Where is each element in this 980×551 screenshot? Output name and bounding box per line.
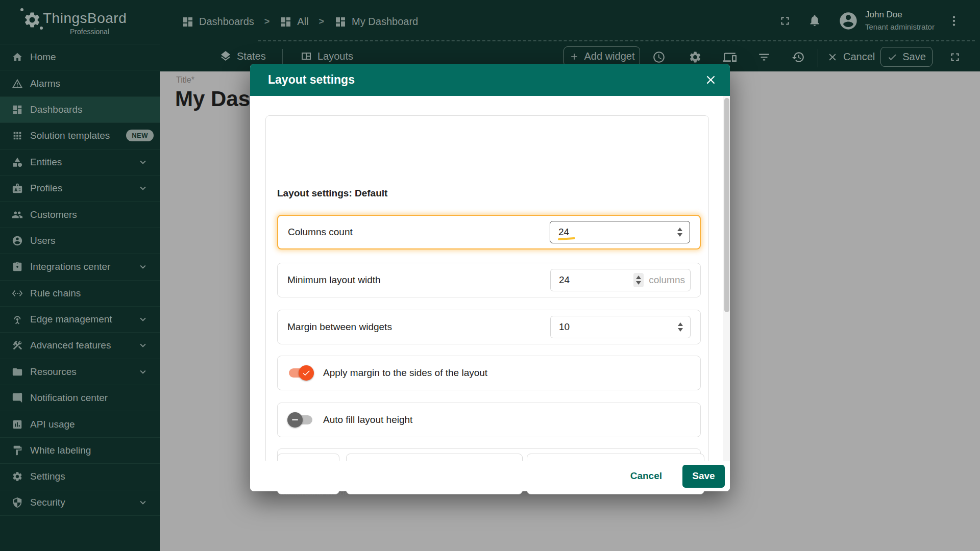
toolbar-cancel-button[interactable]: Cancel xyxy=(827,51,875,63)
breadcrumb-separator: > xyxy=(261,16,273,27)
sidebar-item-white-labeling[interactable]: White labeling xyxy=(0,437,160,463)
apps-icon xyxy=(12,130,23,141)
notification-icon xyxy=(12,392,23,404)
columns-count-label: Columns count xyxy=(288,227,353,238)
dialog-footer: Cancel Save xyxy=(250,461,730,491)
min-layout-width-stepper[interactable] xyxy=(633,273,644,287)
sidebar-item-settings[interactable]: Settings xyxy=(0,463,160,489)
sidebar-item-dashboards[interactable]: Dashboards xyxy=(0,96,160,122)
min-layout-width-input[interactable] xyxy=(559,274,633,286)
columns-count-stepper[interactable] xyxy=(675,226,684,239)
dialog-scrollbar[interactable] xyxy=(723,96,730,491)
notifications-button[interactable] xyxy=(808,14,821,27)
fullscreen-icon xyxy=(778,14,792,28)
clock-icon xyxy=(652,51,666,64)
min-layout-width-input-box: columns xyxy=(550,269,691,291)
columns-count-input[interactable] xyxy=(558,227,675,238)
header-fullscreen-button[interactable] xyxy=(778,14,792,28)
states-button[interactable]: States xyxy=(219,50,266,62)
dialog-title: Layout settings xyxy=(268,73,355,87)
layout-settings-dialog: Layout settings Layout settings: Default… xyxy=(250,64,730,491)
edge-icon xyxy=(12,314,23,325)
entities-icon xyxy=(12,157,23,168)
layouts-button[interactable]: Layouts xyxy=(300,50,353,62)
chevron-down-icon xyxy=(137,497,149,508)
entity-aliases-button[interactable] xyxy=(723,51,737,64)
sidebar-item-advanced-features[interactable]: Advanced features xyxy=(0,332,160,358)
breadcrumb-item-all[interactable]: All xyxy=(280,16,308,28)
thingsboard-logo-icon xyxy=(23,11,41,29)
sidebar-menu: Home Alarms Dashboards Solution template… xyxy=(0,44,160,516)
users-icon xyxy=(12,235,23,246)
dialog-save-button[interactable]: Save xyxy=(682,465,725,488)
margin-widgets-input[interactable] xyxy=(559,321,676,333)
layers-icon xyxy=(219,50,232,62)
dashboards-icon xyxy=(182,16,194,28)
chevron-down-icon xyxy=(137,157,149,168)
dialog-cancel-button[interactable]: Cancel xyxy=(625,467,667,485)
white-labeling-icon xyxy=(12,445,23,456)
auto-fill-label: Auto fill layout height xyxy=(323,414,412,425)
close-icon xyxy=(827,52,838,63)
section-title: Layout settings: Default xyxy=(277,188,387,199)
stepper-up-icon xyxy=(636,276,641,279)
columns-count-input-box xyxy=(550,221,690,243)
dashboards-icon xyxy=(12,104,23,115)
integrations-icon xyxy=(12,261,23,272)
filters-button[interactable] xyxy=(757,51,771,64)
sidebar-item-customers[interactable]: Customers xyxy=(0,201,160,227)
apply-margin-toggle[interactable] xyxy=(287,365,314,381)
dashboards-icon xyxy=(334,16,347,28)
dialog-close-button[interactable] xyxy=(704,73,718,87)
apply-margin-row: Apply margin to the sides of the layout xyxy=(277,356,701,390)
home-icon xyxy=(12,52,23,63)
auto-fill-toggle[interactable] xyxy=(287,412,314,428)
version-history-button[interactable] xyxy=(792,51,805,64)
sidebar: ThingsBoard Professional Home Alarms Das… xyxy=(0,0,160,551)
sidebar-item-rule-chains[interactable]: Rule chains xyxy=(0,280,160,306)
sidebar-item-alarms[interactable]: Alarms xyxy=(0,70,160,96)
brand-logo[interactable]: ThingsBoard Professional xyxy=(0,0,160,43)
gear-icon xyxy=(689,51,702,64)
sidebar-item-users[interactable]: Users xyxy=(0,228,160,254)
sidebar-item-api-usage[interactable]: API usage xyxy=(0,411,160,437)
breadcrumb-item-my-dashboard[interactable]: My Dashboard xyxy=(334,16,418,28)
toolbar-divider xyxy=(818,49,818,67)
avatar[interactable] xyxy=(838,11,859,31)
sidebar-item-notification-center[interactable]: Notification center xyxy=(0,385,160,411)
stepper-down-icon xyxy=(677,233,682,237)
sidebar-item-edge-management[interactable]: Edge management xyxy=(0,306,160,332)
toolbar-save-button[interactable]: Save xyxy=(880,47,933,67)
sidebar-item-security[interactable]: Security xyxy=(0,490,160,516)
sidebar-item-entities[interactable]: Entities xyxy=(0,149,160,175)
columns-count-row: Columns count xyxy=(277,215,701,249)
settings-icon xyxy=(12,471,23,482)
close-icon xyxy=(704,73,718,87)
breadcrumb-separator: > xyxy=(316,16,328,27)
dashboard-settings-button[interactable] xyxy=(689,51,702,64)
sidebar-item-integrations-center[interactable]: Integrations center xyxy=(0,254,160,280)
chevron-down-icon xyxy=(137,183,149,194)
logo-accent-dot xyxy=(20,8,23,11)
toolbar-fullscreen-button[interactable] xyxy=(948,51,962,64)
min-layout-width-row: Minimum layout width columns xyxy=(277,263,701,297)
margin-widgets-stepper[interactable] xyxy=(676,320,685,334)
chevron-down-icon xyxy=(137,366,149,378)
sidebar-item-home[interactable]: Home xyxy=(0,44,160,70)
margin-widgets-input-box xyxy=(550,316,691,338)
header-more-menu-button[interactable] xyxy=(947,14,961,28)
security-icon xyxy=(12,497,23,508)
account-circle-icon xyxy=(838,11,859,31)
new-badge: NEW xyxy=(126,130,154,141)
breadcrumb-item-dashboards[interactable]: Dashboards xyxy=(182,16,254,28)
scrollbar-thumb[interactable] xyxy=(724,98,729,312)
customers-icon xyxy=(12,209,23,220)
stepper-down-icon xyxy=(636,281,641,285)
sidebar-item-resources[interactable]: Resources xyxy=(0,359,160,385)
sidebar-item-solution-templates[interactable]: Solution templates NEW xyxy=(0,122,160,148)
timewindow-button[interactable] xyxy=(652,51,666,64)
apply-margin-label: Apply margin to the sides of the layout xyxy=(323,367,487,379)
user-name: John Doe xyxy=(865,10,902,20)
sidebar-item-profiles[interactable]: Profiles xyxy=(0,175,160,201)
api-usage-icon xyxy=(12,419,23,430)
